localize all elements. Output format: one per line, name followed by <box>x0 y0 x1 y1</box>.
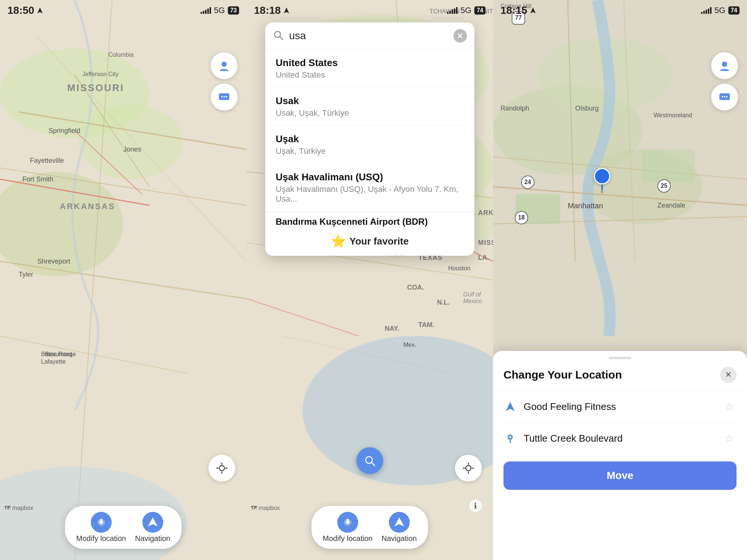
status-right-3: 5G 74 <box>701 6 740 15</box>
result-title-1: Usak <box>276 95 464 107</box>
signal-bar-3 <box>205 10 207 14</box>
status-bar-2: 18:18 5G 74 <box>247 0 493 21</box>
favorite-button-1[interactable]: ☆ <box>722 431 737 446</box>
mapbox-credit-2: 🗺 mapbox <box>251 505 280 511</box>
svg-marker-56 <box>394 517 404 526</box>
search-result-1[interactable]: Usak Usak, Uşak, Türkiye <box>265 88 474 126</box>
battery-level-3: 74 <box>728 6 740 15</box>
panel-3: 18:15 5G 74 <box>493 0 747 560</box>
time-display-2: 18:18 <box>254 4 290 16</box>
modify-icon-wrap-2 <box>337 512 358 533</box>
modify-location-button-1[interactable]: Modify location <box>76 512 126 543</box>
bottom-bar-1: Modify location Navigation <box>65 506 182 549</box>
result-title-2: Uşak <box>276 133 464 145</box>
svg-point-71 <box>722 96 723 97</box>
navigation-icon-0 <box>503 400 517 413</box>
status-bar-1: 18:50 5G 73 <box>0 0 247 21</box>
sheet-header: Change Your Location ✕ <box>493 367 747 391</box>
result-title-3: Uşak Havalimanı (USQ) <box>276 171 464 183</box>
svg-point-18 <box>223 96 225 97</box>
svg-point-26 <box>99 520 103 524</box>
pin-icon-1 <box>503 432 517 445</box>
modify-label-2: Modify location <box>323 534 372 543</box>
svg-point-73 <box>726 96 728 97</box>
your-favorite-section: ⭐ Your favorite <box>265 227 474 256</box>
svg-marker-41 <box>284 7 289 13</box>
favorite-button-0[interactable]: ☆ <box>722 399 737 414</box>
result-title-0: United States <box>276 57 464 69</box>
time-display-1: 18:50 <box>7 4 43 16</box>
locate-button-2[interactable] <box>455 455 482 482</box>
signal-bar-5 <box>210 7 211 14</box>
svg-marker-14 <box>37 7 43 13</box>
your-favorite-label: Your favorite <box>350 236 409 247</box>
search-input[interactable] <box>289 30 448 42</box>
pin-circle <box>594 168 610 184</box>
svg-rect-66 <box>515 194 560 224</box>
search-result-0[interactable]: United States United States <box>265 50 474 88</box>
svg-point-19 <box>226 96 227 97</box>
time-display-3: 18:15 <box>500 4 536 16</box>
svg-point-2 <box>78 105 183 179</box>
profile-button-1[interactable] <box>211 52 238 79</box>
result-subtitle-1: Usak, Uşak, Türkiye <box>276 108 464 118</box>
sheet-close-button[interactable]: ✕ <box>720 367 737 383</box>
svg-marker-28 <box>148 517 158 526</box>
profile-button-3[interactable] <box>711 52 738 79</box>
chat-button-1[interactable] <box>211 84 238 111</box>
svg-point-69 <box>722 62 727 67</box>
navigation-button-1[interactable]: Navigation <box>135 512 170 543</box>
result-subtitle-3: Uşak Havalimanı (USQ), Uşak - Afyon Yolu… <box>276 184 464 204</box>
search-result-partial[interactable]: Bandırma Kuşcenneti Airport (BDR) <box>265 212 474 227</box>
svg-marker-68 <box>530 7 536 13</box>
sheet-handle <box>609 357 631 359</box>
clear-button[interactable] <box>453 29 467 43</box>
panel-1: 18:50 5G 73 <box>0 0 247 560</box>
result-title-partial: Bandırma Kuşcenneti Airport (BDR) <box>276 217 464 227</box>
svg-point-17 <box>221 96 223 97</box>
info-button-2[interactable]: ℹ <box>469 500 482 512</box>
search-result-3[interactable]: Uşak Havalimanı (USQ) Uşak Havalimanı (U… <box>265 164 474 212</box>
status-right-2: 5G 74 <box>447 6 486 15</box>
map-buttons-1 <box>211 52 238 111</box>
search-bar <box>265 22 474 50</box>
move-button[interactable]: Move <box>503 461 737 490</box>
locate-button-1[interactable] <box>208 455 235 482</box>
battery-level-1: 73 <box>228 6 239 15</box>
navigation-label-2: Navigation <box>381 534 417 543</box>
search-result-2[interactable]: Uşak Uşak, Türkiye <box>265 126 474 164</box>
location-item-1[interactable]: Tuttle Creek Boulevard ☆ <box>493 423 747 454</box>
svg-point-76 <box>509 436 511 438</box>
modify-icon-wrap-1 <box>91 512 112 533</box>
svg-point-46 <box>466 466 471 471</box>
network-type-3: 5G <box>715 6 725 15</box>
svg-point-72 <box>724 96 725 97</box>
search-icon <box>273 29 284 42</box>
svg-line-52 <box>371 462 375 466</box>
chat-button-3[interactable] <box>711 84 738 111</box>
svg-point-15 <box>221 62 227 67</box>
nav-icon-wrap-2 <box>389 512 410 533</box>
search-float-button-2[interactable] <box>356 447 383 474</box>
svg-rect-67 <box>642 149 695 183</box>
map-background-1 <box>0 0 247 560</box>
result-subtitle-0: United States <box>276 70 464 80</box>
mapbox-credit-1: 🗺 mapbox <box>4 505 33 511</box>
location-item-0[interactable]: Good Feeling Fitness ☆ <box>493 391 747 422</box>
map-buttons-3 <box>711 52 738 111</box>
map-pin <box>594 168 610 193</box>
location-name-1: Tuttle Creek Boulevard <box>524 433 715 444</box>
status-right-1: 5G 73 <box>201 6 239 15</box>
signal-bar-1 <box>201 12 202 14</box>
battery-level-2: 74 <box>474 6 486 15</box>
signal-bar-2 <box>203 11 204 14</box>
navigation-button-2[interactable]: Navigation <box>381 512 417 543</box>
change-location-sheet: Change Your Location ✕ Good Feeling Fitn… <box>493 351 747 560</box>
signal-bar-4 <box>207 9 209 14</box>
result-subtitle-2: Uşak, Türkiye <box>276 146 464 156</box>
search-overlay: United States United States Usak Usak, U… <box>265 22 474 256</box>
bottom-bar-2: Modify location Navigation <box>311 506 428 549</box>
navigation-label-1: Navigation <box>135 534 170 543</box>
pin-tail <box>601 184 603 190</box>
modify-location-button-2[interactable]: Modify location <box>323 512 372 543</box>
